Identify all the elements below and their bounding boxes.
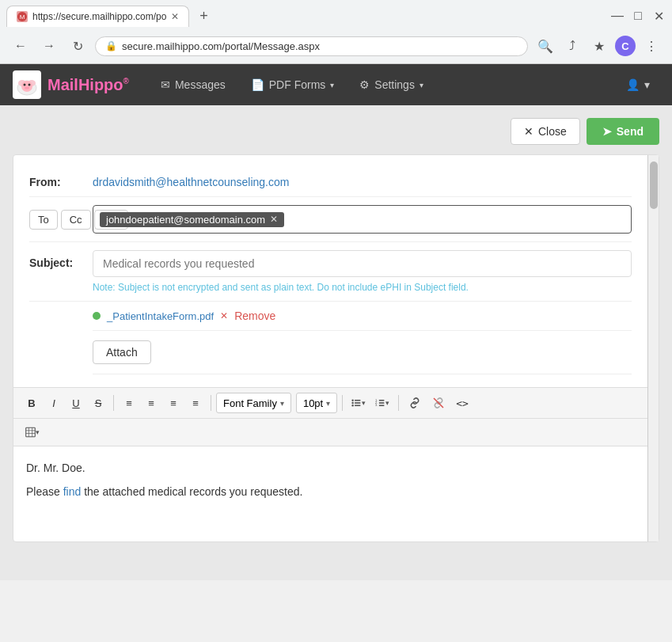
logo-text: MailHippo® <box>47 76 129 94</box>
svg-rect-17 <box>379 400 385 401</box>
font-family-arrow: ▾ <box>280 399 284 408</box>
svg-text:3.: 3. <box>375 403 378 407</box>
svg-rect-19 <box>379 402 385 404</box>
body-greeting: Dr. Mr. Doe. <box>26 459 635 477</box>
font-family-label: Font Family <box>223 397 277 409</box>
close-window-icon[interactable]: ✕ <box>651 9 666 24</box>
editor-body[interactable]: Dr. Mr. Doe. Please find the attached me… <box>13 446 647 541</box>
menu-icon[interactable]: ⋮ <box>640 35 663 57</box>
address-bar[interactable]: 🔒 secure.mailhippo.com/portal/Message.as… <box>95 36 528 56</box>
attachment-filename: _PatientIntakeForm.pdf <box>107 310 214 322</box>
italic-button[interactable]: I <box>44 393 64 413</box>
user-profile-icon: 👤 <box>626 78 640 91</box>
svg-rect-13 <box>355 402 360 404</box>
nav-pdf-label: PDF Forms <box>269 78 326 91</box>
to-button[interactable]: To <box>29 210 58 230</box>
user-avatar[interactable]: C <box>615 36 636 56</box>
svg-text:M: M <box>20 13 25 21</box>
editor-toolbar: B I U S ≡ ≡ ≡ ≡ Font Family ▾ 10pt <box>13 387 647 419</box>
forward-button[interactable]: → <box>38 35 60 57</box>
body-message: Please find the attached medical records… <box>26 483 635 500</box>
bookmark-icon[interactable]: ★ <box>588 35 610 57</box>
svg-rect-15 <box>355 405 360 406</box>
svg-point-9 <box>25 87 29 89</box>
attach-button[interactable]: Attach <box>93 340 151 364</box>
settings-icon: ⚙ <box>359 78 370 91</box>
strikethrough-button[interactable]: S <box>88 393 108 413</box>
toolbar-separator-2 <box>211 395 211 411</box>
editor-toolbar-row2: ▾ <box>13 419 647 446</box>
align-center-button[interactable]: ≡ <box>141 393 161 413</box>
font-family-dropdown[interactable]: Font Family ▾ <box>216 393 291 413</box>
lock-icon: 🔒 <box>105 40 117 51</box>
minimize-icon[interactable]: — <box>610 9 625 23</box>
recipient-email: johndoepatient@somedomain.com <box>106 214 265 226</box>
reload-button[interactable]: ↻ <box>66 35 89 57</box>
body-after-link: the attached medical records you request… <box>81 485 302 498</box>
close-tab-icon[interactable]: ✕ <box>171 11 179 22</box>
maximize-icon[interactable]: □ <box>631 9 645 23</box>
main-nav: ✉ Messages 📄 PDF Forms ▾ ⚙ Settings ▾ <box>148 64 617 105</box>
send-button[interactable]: ➤ Send <box>587 118 659 145</box>
from-email: drdavidsmith@healthnetcounseling.com <box>93 176 289 188</box>
user-menu-arrow: ▾ <box>644 78 650 91</box>
from-row: From: drdavidsmith@healthnetcounseling.c… <box>29 168 632 197</box>
cc-button[interactable]: Cc <box>61 210 91 230</box>
toolbar-separator-3 <box>342 395 343 411</box>
nav-messages-label: Messages <box>175 78 226 91</box>
align-left-button[interactable]: ≡ <box>119 393 139 413</box>
new-tab-button[interactable]: + <box>192 5 215 27</box>
svg-point-10 <box>352 400 354 401</box>
subject-note: Note: Subject is not encrypted and sent … <box>93 282 632 293</box>
remove-recipient-icon[interactable]: ✕ <box>270 214 278 225</box>
to-input-area[interactable]: johndoepatient@somedomain.com ✕ <box>93 205 632 234</box>
share-icon[interactable]: ⤴ <box>561 35 583 57</box>
font-size-arrow: ▾ <box>326 399 330 408</box>
recipient-tag: johndoepatient@somedomain.com ✕ <box>100 212 284 227</box>
table-button[interactable]: ▾ <box>21 422 44 443</box>
browser-tab[interactable]: M https://secure.mailhippo.com/po ✕ <box>6 6 189 27</box>
svg-point-12 <box>352 402 354 404</box>
nav-item-settings[interactable]: ⚙ Settings ▾ <box>347 64 436 105</box>
nav-item-pdf-forms[interactable]: 📄 PDF Forms ▾ <box>238 64 347 105</box>
source-code-button[interactable]: <> <box>451 393 473 413</box>
recipient-buttons: To Cc Bcc <box>29 210 93 230</box>
header-user-menu[interactable]: 👤 ▾ <box>617 64 659 105</box>
search-icon[interactable]: 🔍 <box>534 35 556 57</box>
svg-rect-23 <box>26 427 36 437</box>
scrollbar-thumb[interactable] <box>650 161 658 209</box>
attachment-remove-x-icon[interactable]: ✕ <box>220 310 228 321</box>
to-row: To Cc Bcc johndoepatient@somedomain.com … <box>29 197 632 242</box>
nav-settings-label: Settings <box>374 78 415 91</box>
toolbar-separator-4 <box>398 395 399 411</box>
settings-dropdown-icon: ▾ <box>420 81 423 89</box>
svg-point-8 <box>28 84 31 86</box>
close-button[interactable]: ✕ Close <box>511 118 580 145</box>
back-button[interactable]: ← <box>9 35 32 57</box>
scrollbar-track[interactable] <box>647 155 659 541</box>
remove-link-button[interactable] <box>427 393 450 413</box>
send-arrow-icon: ➤ <box>602 125 612 138</box>
close-x-icon: ✕ <box>524 125 533 138</box>
favicon: M <box>17 11 28 22</box>
nav-item-messages[interactable]: ✉ Messages <box>148 64 238 105</box>
url-text: secure.mailhippo.com/portal/Message.aspx <box>122 40 320 52</box>
align-justify-button[interactable]: ≡ <box>185 393 206 413</box>
pdf-forms-icon: 📄 <box>251 78 264 91</box>
action-bar: ✕ Close ➤ Send <box>13 118 659 145</box>
compose-panel: From: drdavidsmith@healthnetcounseling.c… <box>13 154 659 542</box>
ordered-list-arrow: ▾ <box>385 399 389 407</box>
logo[interactable]: MailHippo® <box>13 70 129 99</box>
svg-point-7 <box>24 84 26 86</box>
font-size-dropdown[interactable]: 10pt ▾ <box>296 393 337 413</box>
subject-input[interactable] <box>93 250 632 277</box>
insert-link-button[interactable] <box>404 393 426 413</box>
align-right-button[interactable]: ≡ <box>163 393 184 413</box>
svg-point-14 <box>352 405 354 406</box>
bold-button[interactable]: B <box>21 393 42 413</box>
ordered-list-button[interactable]: 1.2.3. ▾ <box>371 393 393 413</box>
toolbar-separator-1 <box>113 395 114 411</box>
unordered-list-button[interactable]: ▾ <box>347 393 370 413</box>
underline-button[interactable]: U <box>66 393 86 413</box>
attachment-remove-label[interactable]: Remove <box>234 310 275 322</box>
